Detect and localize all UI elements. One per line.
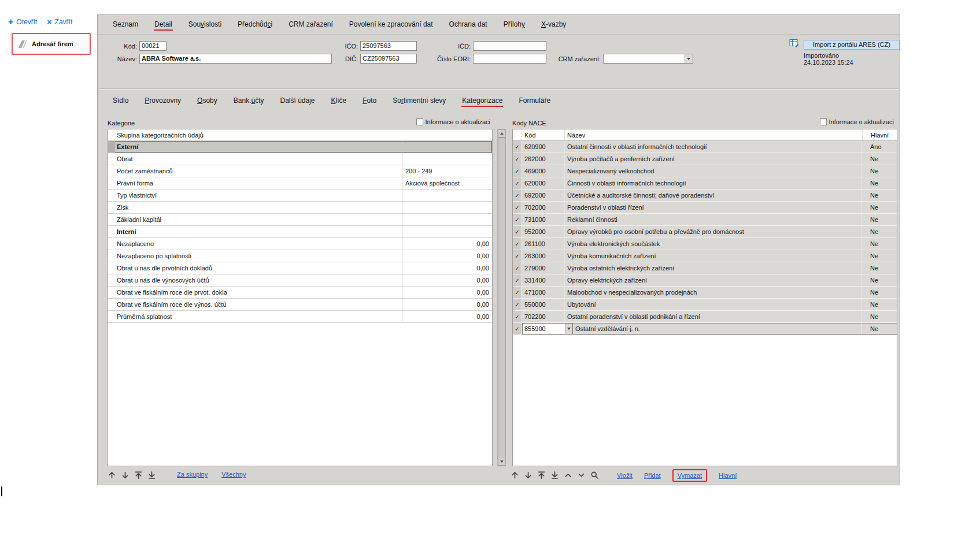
category-row[interactable]: Externí: [108, 141, 492, 153]
link-za-skupiny[interactable]: Za skupiny: [177, 471, 208, 478]
category-row[interactable]: Obrat ve fiskálním roce dle prvot. dokla…: [108, 287, 492, 299]
close-button[interactable]: × Zavřít: [47, 18, 72, 26]
nace-code: 262000: [522, 153, 565, 165]
nace-row[interactable]: ✓261100Výroba elektronických součástekNe: [513, 238, 897, 250]
tab-povoleni-ke-zpracovani-dat[interactable]: Povolení ke zpracování dat: [349, 18, 434, 31]
nace-row[interactable]: ✓702000Poradenství v oblasti řízeníNe: [513, 202, 897, 214]
nace-row[interactable]: ✓279000Výroba ostatních elektrických zař…: [513, 262, 897, 274]
nace-row[interactable]: ✓952000Opravy výrobků pro osobní potřebu…: [513, 226, 897, 238]
move-bottom-icon[interactable]: [146, 470, 157, 481]
move-down-icon[interactable]: [120, 470, 131, 481]
chevron-down-icon[interactable]: [685, 54, 693, 63]
tab-klice[interactable]: Klíče: [331, 95, 347, 107]
collapse-icon[interactable]: [563, 470, 574, 481]
category-row[interactable]: Obrat: [108, 153, 492, 165]
row-selector: [108, 190, 115, 201]
tab-prilohy[interactable]: Přílohy: [503, 18, 526, 31]
nace-code-combo[interactable]: 855900: [522, 323, 573, 335]
nace-row[interactable]: ✓469000Nespecializovaný velkoobchodNe: [513, 165, 897, 177]
tab-foto[interactable]: Foto: [362, 95, 377, 107]
update-info-checkbox[interactable]: [416, 118, 423, 125]
category-row[interactable]: Zisk: [108, 202, 492, 214]
category-row[interactable]: Typ vlastnictví: [108, 190, 492, 202]
check-icon: ✓: [515, 289, 519, 296]
tab-dalsi-udaje[interactable]: Další údaje: [280, 95, 316, 107]
category-row[interactable]: Obrat ve fiskálním roce dle výnos. účtů0…: [108, 299, 492, 311]
expand-icon[interactable]: [576, 470, 587, 481]
search-icon[interactable]: [589, 470, 600, 481]
link-vymazat[interactable]: Vymazat: [678, 472, 702, 479]
nace-row[interactable]: ✓471000Maloobchod v nespecializovaných p…: [513, 287, 897, 299]
crm-select[interactable]: [603, 54, 693, 64]
move-up-icon[interactable]: [509, 470, 520, 481]
nace-row[interactable]: ✓692000Účetnické a auditorské činnosti; …: [513, 190, 897, 202]
category-row[interactable]: Nezaplaceno0,00: [108, 238, 492, 250]
category-row[interactable]: Nezaplaceno po splatnosti0,00: [108, 250, 492, 262]
nace-row[interactable]: ✓702200Ostatní poradenství v oblasti pod…: [513, 311, 897, 323]
tab-ochrana-dat[interactable]: Ochrana dat: [449, 18, 488, 31]
categories-table-header[interactable]: Skupina kategorizačních údajů: [108, 129, 492, 141]
tab-sortimentni-slevy[interactable]: Sortimentní slevy: [392, 95, 446, 107]
tab-formulare[interactable]: Formuláře: [518, 95, 551, 107]
ico-input[interactable]: 25097563: [360, 41, 417, 51]
tab-crm-zarazeni[interactable]: CRM zařazení: [288, 18, 334, 31]
open-button[interactable]: + Otevřít: [8, 18, 37, 26]
link-pridat[interactable]: Přidat: [644, 472, 661, 479]
tab-provozovny[interactable]: Provozovny: [144, 95, 182, 107]
tab-souvislosti[interactable]: Souvislosti: [188, 18, 222, 31]
scrollbar-thumb[interactable]: [498, 138, 505, 456]
scroll-up-icon[interactable]: [498, 129, 505, 138]
tab-detail[interactable]: Detail: [154, 18, 173, 31]
tab-x-vazby[interactable]: X-vazby: [541, 18, 567, 31]
link-vlozit[interactable]: Vložit: [617, 472, 633, 479]
nace-row[interactable]: ✓620900Ostatní činnosti v oblasti inform…: [513, 141, 897, 153]
category-label: Právní forma: [115, 177, 402, 189]
category-row[interactable]: Obrat u nás dle prvotních dokladů0,00: [108, 262, 492, 274]
tab-predchudci[interactable]: Předchůdci: [237, 18, 273, 31]
move-bottom-icon[interactable]: [549, 470, 560, 481]
move-down-icon[interactable]: [523, 470, 534, 481]
update-info-checkbox[interactable]: [820, 118, 827, 125]
tab-kategorizace[interactable]: Kategorizace: [461, 95, 503, 107]
nace-row[interactable]: ✓262000Výroba počítačů a periferních zař…: [513, 153, 897, 165]
header-hlavni[interactable]: Hlavní: [862, 129, 897, 140]
header-kod[interactable]: Kód: [522, 129, 565, 140]
tab-sidlo[interactable]: Sídlo: [112, 95, 129, 107]
link-hlavni[interactable]: Hlavní: [719, 472, 737, 479]
categories-scrollbar[interactable]: [497, 129, 506, 466]
nace-row[interactable]: ✓855900Ostatní vzdělávání j. n.Ne: [513, 323, 897, 335]
nace-main-flag: Ne: [862, 226, 897, 237]
sub-tab-bar: SídloProvozovnyOsobyBank.účtyDalší údaje…: [98, 89, 900, 113]
module-button-adresar-firem[interactable]: Adresář firem: [12, 33, 91, 55]
nace-row[interactable]: ✓263000Výroba komunikačních zařízeníNe: [513, 250, 897, 262]
import-form-icon[interactable]: [789, 39, 800, 49]
category-row[interactable]: Základní kapitál: [108, 214, 492, 226]
nace-row[interactable]: ✓731000Reklamní činnostiNe: [513, 214, 897, 226]
category-row[interactable]: Průměrná splatnost0,00: [108, 311, 492, 323]
category-row[interactable]: Interní: [108, 226, 492, 238]
move-top-icon[interactable]: [536, 470, 547, 481]
scroll-down-icon[interactable]: [498, 458, 505, 466]
nace-row[interactable]: ✓620000Činnosti v oblasti informačních t…: [513, 177, 897, 190]
tab-osoby[interactable]: Osoby: [197, 95, 218, 107]
tab-seznam[interactable]: Seznam: [112, 18, 139, 31]
nace-row[interactable]: ✓550000UbytováníNe: [513, 299, 897, 311]
move-top-icon[interactable]: [133, 470, 144, 481]
category-label: Nezaplaceno: [115, 238, 402, 250]
category-row[interactable]: Počet zaměstnanců200 - 249: [108, 165, 492, 177]
nace-row[interactable]: ✓331400Opravy elektrických zařízeníNe: [513, 274, 897, 287]
nazev-input[interactable]: ABRA Software a.s.: [139, 54, 332, 64]
category-label: Obrat u nás dle prvotních dokladů: [115, 262, 402, 274]
category-row[interactable]: Obrat u nás dle výnosových účtů0,00: [108, 274, 492, 287]
eori-input[interactable]: [473, 54, 546, 64]
kod-input[interactable]: 00021: [139, 41, 167, 51]
header-nazev[interactable]: Název: [565, 129, 862, 140]
link-vsechny[interactable]: Všechny: [221, 471, 246, 478]
move-up-icon[interactable]: [106, 470, 117, 481]
category-row[interactable]: Právní formaAkciová společnost: [108, 177, 492, 190]
tab-bank-ucty[interactable]: Bank.účty: [233, 95, 265, 107]
dic-input[interactable]: CZ25097563: [360, 54, 417, 64]
import-ares-button[interactable]: Import z portálu ARES (CZ): [804, 40, 900, 50]
icd-input[interactable]: [473, 41, 546, 51]
chevron-down-icon[interactable]: [565, 324, 572, 334]
